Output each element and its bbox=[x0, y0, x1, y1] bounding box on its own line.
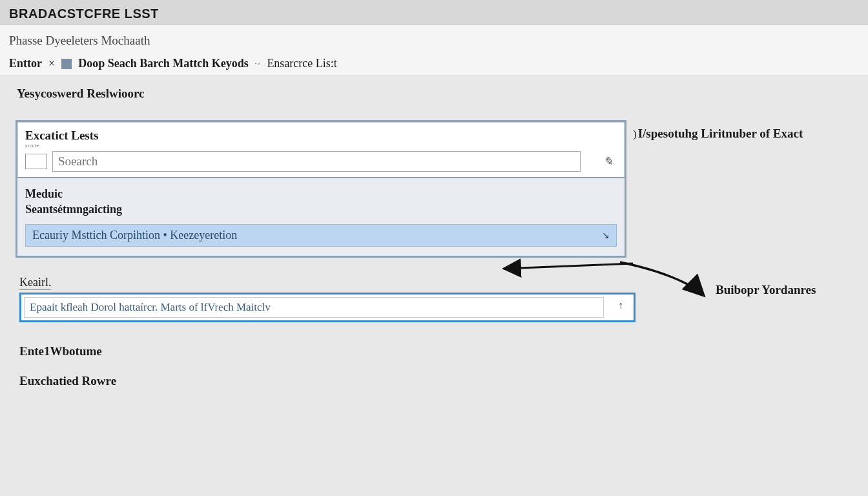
dropdown-arrow-icon: ↘ bbox=[602, 230, 610, 241]
panel-tiny-label: srccte bbox=[25, 143, 617, 149]
header-bar: BRADACSTCFRE LSST bbox=[0, 0, 868, 25]
footer-labels: Ente1Wbotume Euxchatied Rowre bbox=[19, 344, 855, 388]
up-arrow-icon[interactable]: ↑ bbox=[618, 300, 623, 311]
side-annotation: )I/spesotuhg Liritnuber of Exact bbox=[633, 127, 846, 141]
highlight-text: Ecauriy Msttich Corpihtion • Keezeyereti… bbox=[32, 229, 237, 242]
search-input[interactable] bbox=[52, 151, 581, 172]
mid-title-line2: Seantsétmngaicting bbox=[25, 203, 122, 216]
lower-label: Keairl. bbox=[19, 276, 51, 290]
editor-label: Enttor bbox=[9, 57, 42, 70]
color-swatch-icon bbox=[61, 59, 72, 69]
side-annotation-2: Buibopr Yordanres bbox=[716, 283, 816, 297]
bullet-icon: · ◦ bbox=[255, 60, 261, 67]
page-title: BRADACSTCFRE LSST bbox=[9, 6, 859, 21]
section-title: Yesycoswerd Reslwioorc bbox=[17, 87, 855, 101]
paren-icon: ) bbox=[633, 128, 637, 140]
main-content: Yesycoswerd Reslwioorc Excatict Lests sr… bbox=[0, 76, 868, 388]
separator-icon: × bbox=[48, 57, 55, 70]
highlighted-option[interactable]: Ecauriy Msttich Corpihtion • Keezeyereti… bbox=[25, 224, 617, 247]
trailing-label: Ensarcrce Lis:t bbox=[267, 57, 336, 70]
active-input-wrap: ↑ bbox=[19, 293, 636, 322]
match-input[interactable] bbox=[24, 297, 604, 318]
footer-label-1: Ente1Wbotume bbox=[19, 344, 855, 358]
panel-mid: Meduic Seantsétmngaicting Ecauriy Msttic… bbox=[17, 178, 625, 256]
subheader: Phasse Dyeeleters Mochaath Enttor × Doop… bbox=[0, 25, 868, 76]
checkbox[interactable] bbox=[25, 154, 47, 169]
svg-line-0 bbox=[504, 264, 633, 269]
edit-icon[interactable]: ✎ bbox=[603, 154, 613, 169]
footer-label-2: Euxchatied Rowre bbox=[19, 374, 855, 388]
subheader-toolbar: Enttor × Doop Seach Barch Mattch Keyods … bbox=[9, 57, 859, 70]
mid-title-line1: Meduic bbox=[25, 187, 63, 200]
panel-top: Excatict Lests srccte ✎ bbox=[17, 122, 625, 178]
lists-panel: Excatict Lests srccte ✎ Meduic Seantsétm… bbox=[16, 120, 626, 258]
panel-mid-title: Meduic Seantsétmngaicting bbox=[25, 186, 617, 218]
search-match-label: Doop Seach Barch Mattch Keyods bbox=[78, 57, 249, 70]
search-row: ✎ bbox=[25, 151, 617, 172]
panel-title: Excatict Lests bbox=[25, 129, 617, 143]
subheader-description: Phasse Dyeeleters Mochaath bbox=[9, 34, 859, 48]
